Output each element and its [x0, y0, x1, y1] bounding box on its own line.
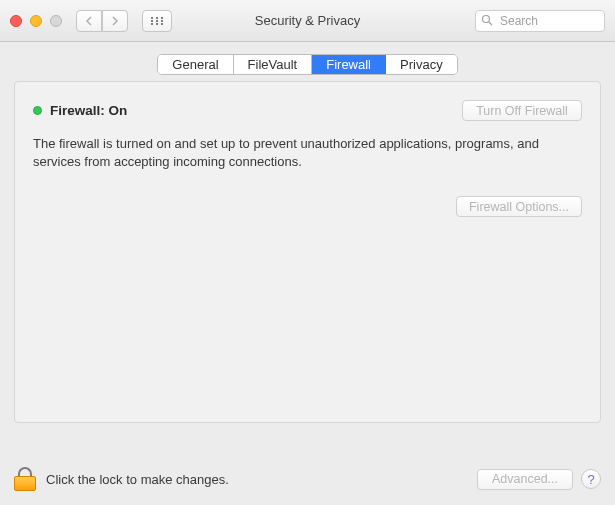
forward-button[interactable]	[102, 10, 128, 32]
search-input[interactable]	[475, 10, 605, 32]
svg-point-4	[156, 20, 158, 22]
traffic-lights	[10, 15, 62, 27]
firewall-panel: Firewall: On Turn Off Firewall The firew…	[14, 81, 601, 423]
chevron-right-icon	[111, 16, 119, 26]
lock-icon[interactable]	[14, 467, 36, 491]
grid-icon	[150, 16, 164, 26]
firewall-status-label: Firewall: On	[50, 103, 127, 118]
footer: Click the lock to make changes. Advanced…	[0, 453, 615, 505]
tab-filevault[interactable]: FileVault	[234, 55, 313, 74]
tab-firewall[interactable]: Firewall	[312, 55, 386, 74]
firewall-status-row: Firewall: On Turn Off Firewall	[33, 100, 582, 121]
back-button[interactable]	[76, 10, 102, 32]
tab-row: General FileVault Firewall Privacy	[157, 54, 457, 75]
lock-hint-text: Click the lock to make changes.	[46, 472, 229, 487]
nav-buttons	[76, 10, 128, 32]
firewall-status: Firewall: On	[33, 103, 127, 118]
close-window-button[interactable]	[10, 15, 22, 27]
chevron-left-icon	[85, 16, 93, 26]
svg-point-5	[161, 20, 163, 22]
search-icon	[481, 14, 493, 29]
help-button[interactable]: ?	[581, 469, 601, 489]
svg-line-10	[489, 22, 492, 25]
svg-point-2	[161, 17, 163, 19]
svg-point-9	[483, 15, 490, 22]
status-indicator-icon	[33, 106, 42, 115]
window-titlebar: Security & Privacy	[0, 0, 615, 42]
zoom-window-button[interactable]	[50, 15, 62, 27]
footer-right: Advanced... ?	[477, 469, 601, 490]
firewall-options-button[interactable]: Firewall Options...	[456, 196, 582, 217]
search-field-container	[475, 10, 605, 32]
advanced-button[interactable]: Advanced...	[477, 469, 573, 490]
tab-general[interactable]: General	[158, 55, 233, 74]
tab-bar: General FileVault Firewall Privacy	[0, 42, 615, 81]
svg-point-1	[156, 17, 158, 19]
show-all-button[interactable]	[142, 10, 172, 32]
turn-off-firewall-button[interactable]: Turn Off Firewall	[462, 100, 582, 121]
svg-point-8	[161, 23, 163, 25]
minimize-window-button[interactable]	[30, 15, 42, 27]
svg-point-3	[151, 20, 153, 22]
firewall-options-row: Firewall Options...	[33, 196, 582, 217]
svg-point-0	[151, 17, 153, 19]
svg-point-7	[156, 23, 158, 25]
svg-point-6	[151, 23, 153, 25]
tab-privacy[interactable]: Privacy	[386, 55, 457, 74]
firewall-description: The firewall is turned on and set up to …	[33, 135, 582, 170]
